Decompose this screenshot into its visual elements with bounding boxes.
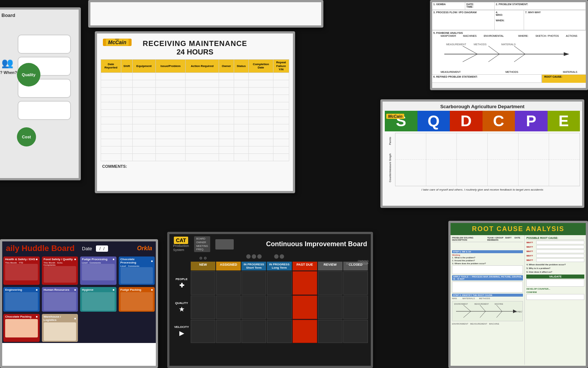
svg-line-5 — [514, 46, 525, 54]
maint-cell — [186, 131, 219, 139]
dept-title-choc-proc: Chocolate Processing ■ — [121, 258, 153, 264]
svg-line-15 — [480, 311, 485, 318]
svg-text:MEASUREMENT: MEASUREMENT — [446, 43, 466, 46]
maint-cell — [155, 117, 185, 124]
maint-cell — [121, 95, 132, 102]
svg-line-3 — [463, 54, 477, 62]
maint-cell — [101, 102, 121, 109]
maint-cell — [219, 124, 234, 131]
dept-hygiene: Hygiene ■ — [80, 287, 116, 312]
col-action: Action Required — [186, 60, 219, 73]
col-review: REVIEW — [318, 262, 343, 270]
maint-cell — [219, 87, 234, 95]
maint-cell — [101, 109, 121, 117]
maint-cell — [249, 87, 273, 95]
svg-line-1 — [463, 46, 477, 54]
maint-cell — [273, 80, 289, 87]
letter-d: D — [450, 111, 483, 131]
svg-marker-7 — [564, 52, 569, 56]
fishbone-diagram: MEASUREMENT METHODS MATERIALS — [433, 38, 585, 71]
col-assigned: ASSIGNED — [216, 262, 241, 270]
maint-cell — [101, 131, 121, 139]
measurement-label: MEASUREMENT — [441, 71, 460, 73]
maint-cell — [186, 153, 219, 161]
working-label: Working — [452, 254, 523, 256]
maint-cell — [219, 139, 234, 146]
huddle-header: aily Huddle Board Date / / Orkla — [2, 241, 156, 255]
rca-body: PROBLEM SOLVING DESCRIPTION TEAM / GROUP… — [451, 235, 586, 365]
machines-label: MACHINES — [463, 35, 477, 37]
cell-people-new — [191, 271, 215, 295]
maint-cell — [186, 95, 219, 102]
date-label: DATE: — [466, 3, 493, 6]
dept-title-fudge-proc: Fudge Processing ■ — [82, 258, 115, 261]
maint-cell — [234, 153, 248, 161]
sketch-label: SKETCH / PHOTOS — [535, 35, 559, 37]
q1: 1. What is the problem? — [452, 256, 523, 259]
rca-right-panel: POSSIBLE ROOT CAUSE: WHY? WHY? WHY? WHY? — [525, 235, 586, 365]
manpower-label: MANPOWER — [441, 35, 456, 37]
svg-line-4 — [488, 54, 499, 62]
time-label: TIME: — [466, 6, 493, 8]
cell-people-long — [267, 271, 291, 295]
row-people: PEOPLE ✚ — [172, 271, 191, 295]
col-issue: Issue/Problem — [155, 60, 185, 73]
maint-cell — [249, 80, 273, 87]
dept-title-fudge-pack: Fudge Packing ■ — [121, 288, 153, 291]
maint-cell — [273, 139, 289, 146]
step1-label: STEP 1: 5W & 1H — [452, 250, 523, 253]
maint-cell — [121, 131, 132, 139]
maint-cell — [234, 131, 248, 139]
board-cat-continuous-improvement: CAT ProductionSystem BOARDOWNERMEETINGFR… — [167, 232, 373, 368]
maint-cell — [121, 146, 132, 153]
develop-label: DEVELOP COUNTER... — [526, 288, 584, 290]
cell-people-assigned — [216, 271, 241, 295]
maint-cell — [273, 102, 289, 109]
maint-cell — [101, 146, 121, 153]
svg-text:METHODS: METHODS — [474, 43, 487, 46]
maint-cell — [249, 102, 273, 109]
step2-label: APPLY TOOLS — PROCESS MAP, DRAWING, PICT… — [452, 275, 523, 280]
board-left-title: Board — [1, 13, 76, 18]
quality-bubble: Quality — [17, 63, 40, 86]
maint-cell — [155, 109, 185, 117]
maint-cell — [155, 153, 185, 161]
board-root-cause-analysis: ROOT CAUSE ANALYSIS PROBLEM SOLVING DESC… — [448, 221, 588, 368]
maint-cell — [234, 139, 248, 146]
maint-cell — [273, 95, 289, 102]
fishbone-label: 5. FISHBONE ANALYSIS — [433, 32, 585, 34]
arrow-icon: ▶ — [179, 330, 184, 337]
svg-text:MACHINE: MACHINE — [495, 303, 503, 305]
cat-col-label-row: NEW ASSIGNED IN PROGRESSShort Term IN PR… — [172, 262, 368, 270]
maint-cell — [121, 109, 132, 117]
maint-cell — [249, 146, 273, 153]
maint-cell — [121, 87, 132, 95]
countermeasure-label: Countermeasure Graph — [389, 153, 391, 182]
dept-fudge-packing: Fudge Packing ■ — [119, 287, 155, 312]
cat-col-headers: ⚙ ⚙ — [172, 254, 368, 261]
maint-cell — [186, 87, 219, 95]
maint-cell — [219, 95, 234, 102]
dept-title-choc-pack: Chocolate Packing ■ — [5, 315, 38, 318]
maint-cell — [249, 139, 273, 146]
dept-title-health: Health & Safety / EHS ■ — [5, 258, 38, 261]
star-icon: ★ — [179, 306, 184, 313]
col-repeat: RepeatFailureY/N — [273, 60, 289, 73]
maintenance-subtitle: 24 HOURS — [97, 48, 293, 56]
maint-cell — [101, 87, 121, 95]
cell-people-closed — [343, 271, 368, 295]
maint-cell — [121, 80, 132, 87]
maint-cell — [186, 102, 219, 109]
maint-cell — [155, 131, 185, 139]
maint-cell — [101, 95, 121, 102]
comments-section: COMMENTS: — [97, 161, 293, 171]
cell-quality-assigned — [216, 296, 241, 319]
materials-label: MATERIALS — [563, 71, 577, 73]
rca-prob-desc-header: PROBLEM SOLVING DESCRIPTION — [452, 237, 487, 241]
maint-cell — [132, 102, 155, 109]
why-row-5: WHY? — [526, 258, 584, 262]
cat-logo: CAT — [174, 237, 189, 244]
row-velocity: VELOCITY ▶ — [172, 319, 191, 343]
maint-cell — [101, 72, 121, 80]
maint-cell — [219, 117, 234, 124]
